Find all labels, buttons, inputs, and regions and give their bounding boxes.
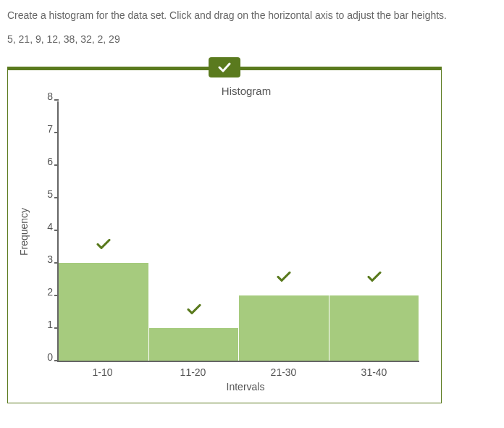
bars-container bbox=[59, 101, 419, 361]
x-tick-label: 11-20 bbox=[148, 362, 238, 378]
y-tick-mark bbox=[54, 230, 59, 231]
x-tick-label: 21-30 bbox=[238, 362, 329, 378]
dataset-text: 5, 21, 9, 12, 38, 32, 2, 29 bbox=[7, 33, 497, 45]
y-tick-mark bbox=[54, 164, 59, 166]
chart-title: Histogram bbox=[59, 85, 434, 97]
check-icon bbox=[367, 271, 382, 282]
bar[interactable] bbox=[149, 328, 240, 361]
histogram-widget: Histogram Frequency 876543210 1-1011-202… bbox=[7, 67, 442, 403]
y-axis: 876543210 bbox=[33, 101, 57, 362]
check-icon bbox=[187, 303, 201, 315]
y-tick-mark bbox=[54, 132, 59, 133]
y-tick-mark bbox=[54, 360, 59, 361]
bar[interactable] bbox=[239, 295, 329, 361]
plot-area[interactable] bbox=[57, 101, 419, 362]
y-axis-label: Frequency bbox=[18, 208, 30, 256]
check-icon bbox=[218, 62, 231, 72]
x-tick-label: 31-40 bbox=[329, 362, 419, 378]
x-tick-label: 1-10 bbox=[57, 362, 148, 378]
y-tick-mark bbox=[54, 262, 59, 264]
y-tick-mark bbox=[54, 99, 59, 101]
y-axis-label-wrap: Frequency bbox=[15, 101, 33, 362]
bar-slot[interactable] bbox=[59, 101, 149, 361]
bar[interactable] bbox=[59, 263, 149, 360]
check-icon bbox=[96, 239, 111, 251]
correct-badge bbox=[209, 57, 240, 77]
y-tick-mark bbox=[54, 295, 59, 296]
bar-slot[interactable] bbox=[329, 101, 420, 361]
y-tick-mark bbox=[54, 327, 59, 329]
x-axis-label: Intervals bbox=[57, 381, 434, 393]
bar[interactable] bbox=[329, 295, 420, 361]
bar-slot[interactable] bbox=[239, 101, 329, 361]
x-axis: 1-1011-2021-3031-40 bbox=[57, 362, 419, 378]
bar-slot[interactable] bbox=[149, 101, 240, 361]
y-tick-mark bbox=[54, 197, 59, 198]
chart-area: Frequency 876543210 bbox=[15, 101, 434, 362]
check-icon bbox=[277, 271, 291, 282]
instruction-text: Create a histogram for the data set. Cli… bbox=[7, 9, 497, 23]
